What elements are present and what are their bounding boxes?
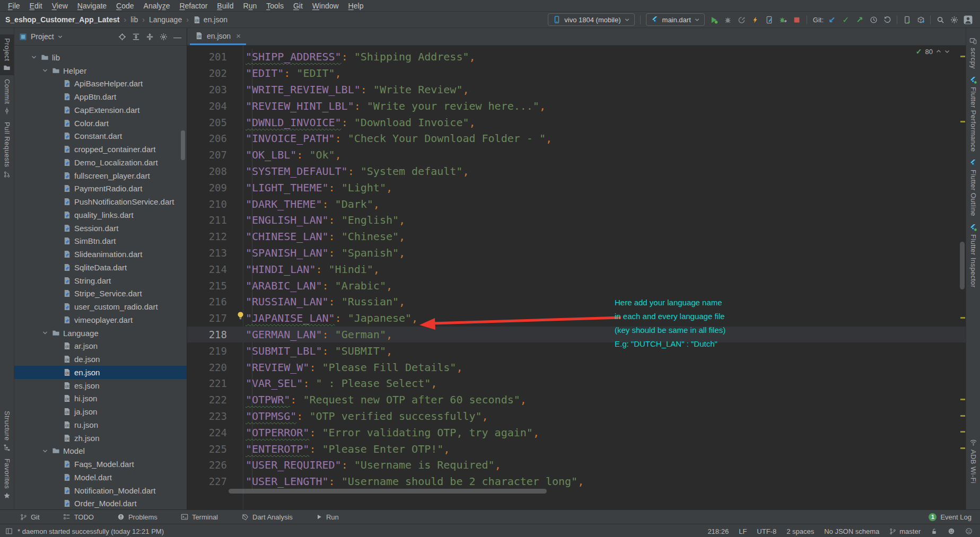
tree-item-faqs-model-dart[interactable]: Faqs_Model.dart bbox=[14, 457, 187, 471]
sdk-manager-button[interactable] bbox=[914, 13, 928, 26]
device-selector[interactable]: vivo 1804 (mobile) bbox=[548, 13, 634, 26]
stripe-tab-adb-wi-fi[interactable]: ADB Wi-Fi bbox=[966, 435, 980, 487]
intention-bulb-icon[interactable] bbox=[236, 311, 245, 320]
menu-git[interactable]: Git bbox=[288, 2, 308, 10]
warning-stripe-mark[interactable] bbox=[960, 447, 965, 449]
smile-feedback-icon[interactable] bbox=[948, 527, 955, 535]
attach-debugger-button[interactable] bbox=[776, 13, 790, 26]
code-line-213[interactable]: 213"SPANISH_LAN": "Spanish", bbox=[187, 245, 966, 261]
search-button[interactable] bbox=[933, 13, 947, 26]
code-line-203[interactable]: 203"WRITE_REVIEW_LBL": "Write Review", bbox=[187, 82, 966, 98]
tab-en-json[interactable]: {0} en.json × bbox=[190, 28, 246, 45]
code-line-214[interactable]: 214"HINDI_LAN": "Hindi", bbox=[187, 261, 966, 277]
toolwindow-todo[interactable]: TODO bbox=[63, 513, 94, 521]
stripe-tab-flutter-performance[interactable]: Flutter Performance bbox=[966, 73, 980, 155]
code-line-223[interactable]: 223"OTPMSG": "OTP verified successfully"… bbox=[187, 408, 966, 425]
lock-icon[interactable] bbox=[931, 528, 938, 535]
menu-code[interactable]: Code bbox=[111, 2, 138, 10]
toolwindow-git[interactable]: Git bbox=[20, 513, 40, 521]
code-line-226[interactable]: 226"USER_REQUIRED": "Username is Require… bbox=[187, 457, 966, 473]
stop-button[interactable] bbox=[790, 13, 804, 26]
run-config-selector[interactable]: main.dart bbox=[646, 13, 705, 26]
code-line-204[interactable]: 204"REVIEW_HINT_LBL": "Write your review… bbox=[187, 98, 966, 114]
warning-stripe-mark[interactable] bbox=[960, 431, 965, 433]
warning-stripe-mark[interactable] bbox=[960, 317, 965, 319]
tree-item-capextension-dart[interactable]: CapExtension.dart bbox=[14, 103, 187, 117]
tree-item-user-custom-radio-dart[interactable]: user_custom_radio.dart bbox=[14, 300, 187, 313]
horizontal-scrollbar[interactable] bbox=[229, 489, 547, 494]
panel-settings-button[interactable] bbox=[160, 33, 168, 41]
tree-item-order-model-dart[interactable]: Order_Model.dart bbox=[14, 497, 187, 510]
tree-item-string-dart[interactable]: String.dart bbox=[14, 274, 187, 287]
tree-item-hi-json[interactable]: {0}hi.json bbox=[14, 392, 187, 406]
toolwindow-toggle-icon[interactable] bbox=[5, 527, 13, 535]
warning-stripe-mark[interactable] bbox=[960, 56, 965, 57]
toolwindow-problems[interactable]: Problems bbox=[117, 513, 158, 521]
stripe-tab-flutter-outline[interactable]: Flutter Outline bbox=[966, 155, 980, 220]
chevron-down-icon[interactable] bbox=[58, 34, 63, 39]
code-line-211[interactable]: 211"ENGLISH_LAN": "English", bbox=[187, 212, 966, 228]
toolwindow-dart-analysis[interactable]: Dart Analysis bbox=[241, 513, 293, 521]
tree-item-session-dart[interactable]: Session.dart bbox=[14, 222, 187, 235]
tree-item-stripe-service-dart[interactable]: Stripe_Service.dart bbox=[14, 287, 187, 301]
event-log-button[interactable]: 1 Event Log bbox=[929, 513, 972, 521]
tree-item-de-json[interactable]: {0}de.json bbox=[14, 353, 187, 366]
stripe-tab-project[interactable]: Project bbox=[0, 34, 14, 75]
hot-restart-button[interactable] bbox=[763, 13, 776, 26]
code-line-209[interactable]: 209"LIGHT_THEME": "Light", bbox=[187, 179, 966, 196]
code-line-215[interactable]: 215"ARABIC_LAN": "Arabic", bbox=[187, 277, 966, 294]
code-line-225[interactable]: 225"ENTEROTP": "Please Enter OTP!", bbox=[187, 441, 966, 457]
menu-refactor[interactable]: Refactor bbox=[174, 2, 212, 10]
toolwindow-run[interactable]: Run bbox=[316, 513, 339, 521]
menu-navigate[interactable]: Navigate bbox=[73, 2, 111, 10]
stripe-tab-favorites[interactable]: Favorites bbox=[0, 455, 14, 503]
code-line-222[interactable]: 222"OTPWR": "Request new OTP after 60 se… bbox=[187, 392, 966, 408]
chevron-down-icon[interactable] bbox=[30, 55, 38, 60]
editor-content[interactable]: 201"SHIPP_ADDRESS": "Shipping Address",2… bbox=[187, 46, 966, 509]
history-button[interactable] bbox=[867, 13, 880, 26]
tree-item-ja-json[interactable]: {0}ja.json bbox=[14, 405, 187, 418]
run-button[interactable] bbox=[707, 13, 721, 26]
breadcrumb-item[interactable]: Language bbox=[149, 15, 182, 24]
tree-item-apibasehelper-dart[interactable]: ApiBaseHelper.dart bbox=[14, 77, 187, 91]
breadcrumb-item[interactable]: S_eshop_Customer_App_Latest bbox=[5, 15, 120, 24]
menu-file[interactable]: File bbox=[3, 2, 25, 10]
menu-edit[interactable]: Edit bbox=[25, 2, 47, 10]
menu-view[interactable]: View bbox=[47, 2, 73, 10]
code-line-224[interactable]: 224"OTPERROR": "Error validating OTP, tr… bbox=[187, 424, 966, 441]
project-panel-title[interactable]: Project bbox=[31, 32, 54, 41]
git-push-button[interactable]: ↗ bbox=[853, 13, 867, 26]
tree-item-pushnotificationservice-dart[interactable]: PushNotificationService.dart bbox=[14, 195, 187, 208]
tree-item-sqlitedata-dart[interactable]: SqliteData.dart bbox=[14, 261, 187, 274]
next-problem-icon[interactable] bbox=[944, 49, 950, 54]
tree-item-zh-json[interactable]: {0}zh.json bbox=[14, 432, 187, 445]
indent-setting[interactable]: 2 spaces bbox=[786, 527, 814, 535]
code-line-208[interactable]: 208"SYSTEM_DEFAULT": "System default", bbox=[187, 163, 966, 180]
file-encoding[interactable]: UTF-8 bbox=[757, 527, 776, 535]
locate-file-button[interactable] bbox=[118, 33, 126, 41]
stripe-tab-commit[interactable]: Commit bbox=[0, 75, 14, 118]
tree-item-lib[interactable]: lib bbox=[14, 51, 187, 64]
code-line-227[interactable]: 227"USER_LENGTH": "Username should be 2 … bbox=[187, 473, 966, 490]
git-commit-button[interactable]: ✓ bbox=[839, 13, 853, 26]
code-line-206[interactable]: 206"INVOICE_PATH": "Check Your Download … bbox=[187, 130, 966, 147]
tree-item-paymentradio-dart[interactable]: PaymentRadio.dart bbox=[14, 182, 187, 196]
git-branch-widget[interactable]: master bbox=[889, 527, 921, 535]
toolwindow-terminal[interactable]: Terminal bbox=[181, 513, 218, 521]
code-line-216[interactable]: 216"RUSSIAN_LAN": "Russian", bbox=[187, 294, 966, 310]
warning-stripe-mark[interactable] bbox=[960, 415, 965, 417]
menu-analyze[interactable]: Analyze bbox=[139, 2, 175, 10]
caret-position[interactable]: 218:26 bbox=[707, 527, 729, 535]
code-line-202[interactable]: 202"EDIT": "EDIT", bbox=[187, 65, 966, 82]
project-tree-scrollbar[interactable] bbox=[181, 130, 185, 160]
tree-item-constant-dart[interactable]: Constant.dart bbox=[14, 130, 187, 143]
json-schema[interactable]: No JSON schema bbox=[824, 527, 879, 535]
code-line-218[interactable]: 218"GERMAN_LAN": "German", bbox=[187, 327, 966, 343]
tree-item-cropped-container-dart[interactable]: cropped_container.dart bbox=[14, 143, 187, 156]
stripe-tab-pull-requests[interactable]: Pull Requests bbox=[0, 118, 14, 181]
close-icon[interactable]: × bbox=[236, 31, 241, 40]
stripe-tab-structure[interactable]: Structure bbox=[0, 407, 14, 455]
menu-tools[interactable]: Tools bbox=[261, 2, 288, 10]
settings-button[interactable] bbox=[947, 13, 961, 26]
code-line-207[interactable]: 207"OK_LBL": "Ok", bbox=[187, 147, 966, 163]
